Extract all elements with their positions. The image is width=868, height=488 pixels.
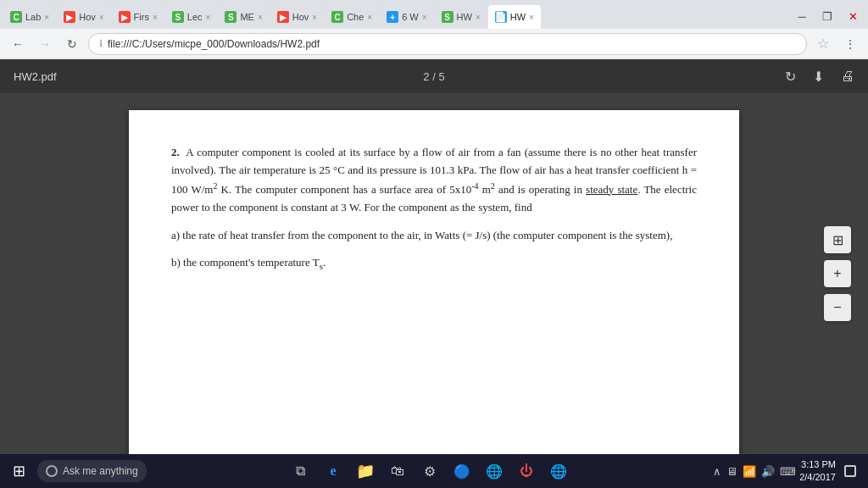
tab-label-hov1: Hov: [79, 12, 96, 22]
forward-button[interactable]: →: [34, 33, 56, 55]
tab-icon-hov1: ▶: [64, 11, 75, 23]
tab-icon-6w: +: [387, 11, 398, 23]
tab-label-che: Che: [347, 12, 364, 22]
power-button[interactable]: ⏻: [512, 457, 541, 485]
tab-label-lec: Lec: [187, 12, 203, 22]
tab-icon-hov2: ▶: [277, 11, 289, 23]
media-button[interactable]: ⚙: [415, 457, 444, 485]
address-bar: ← → ↻ ℹ file:///C:/Users/micpe_000/Downl…: [0, 29, 868, 59]
tab-close-che[interactable]: ×: [367, 13, 372, 22]
notification-icon: [844, 465, 856, 477]
menu-button[interactable]: ⋮: [839, 33, 861, 55]
tab-6w[interactable]: + 6 W ×: [380, 5, 433, 29]
system-clock[interactable]: 3:13 PM 2/4/2017: [799, 458, 836, 485]
refresh-button[interactable]: ↻: [61, 33, 83, 55]
taskbar: ⊞ Ask me anything ⧉ e 📁 🛍 ⚙ 🔵 🌐 ⏻ 🌐 ∧ 🖥 …: [0, 454, 868, 488]
pdf-page-info: 2 / 5: [423, 70, 444, 83]
pdf-part-b: b) the component's temperature Ts.: [171, 254, 697, 274]
tab-label-firs: Firs: [134, 12, 149, 22]
tab-lab[interactable]: C Lab ×: [3, 5, 56, 29]
tab-close-hov1[interactable]: ×: [99, 13, 104, 22]
tab-label-hw-s: HW: [457, 12, 472, 22]
tab-close-hov2[interactable]: ×: [312, 13, 317, 22]
photos-button[interactable]: 🔵: [448, 457, 476, 485]
maximize-button[interactable]: ❐: [815, 7, 839, 25]
lock-icon: ℹ: [99, 38, 103, 49]
clock-date: 2/4/2017: [799, 471, 836, 484]
taskbar-center-icons: ⧉ e 📁 🛍 ⚙ 🔵 🌐 ⏻ 🌐: [287, 457, 573, 485]
tab-firs[interactable]: ▶ Firs ×: [112, 5, 164, 29]
volume-icon[interactable]: 🔊: [761, 465, 775, 478]
tab-icon-firs: ▶: [119, 11, 131, 23]
close-button[interactable]: ✕: [841, 7, 865, 25]
pdf-part-a: a) the rate of heat transfer from the co…: [171, 227, 697, 245]
tab-close-6w[interactable]: ×: [422, 13, 427, 22]
search-label: Ask me anything: [63, 465, 138, 477]
tab-close-me[interactable]: ×: [258, 13, 263, 22]
minimize-button[interactable]: ─: [790, 7, 814, 25]
network-icon[interactable]: 🖥: [726, 465, 737, 478]
search-icon: [46, 465, 58, 477]
tab-lec[interactable]: S Lec ×: [165, 5, 218, 29]
pdf-print-button[interactable]: 🖨: [841, 69, 854, 84]
pdf-page: 2. A computer component is cooled at its…: [129, 110, 739, 454]
keyboard-icon[interactable]: ⌨: [780, 465, 796, 478]
wifi-icon[interactable]: 📶: [743, 465, 756, 478]
zoom-in-button[interactable]: +: [824, 260, 851, 287]
tab-label-hw-active: HW: [510, 12, 526, 22]
pdf-paragraph1: 2. A computer component is cooled at its…: [171, 144, 697, 217]
tab-icon-hw-active: 📄: [495, 11, 507, 23]
tab-me[interactable]: S ME ×: [218, 5, 269, 29]
chrome-button[interactable]: 🌐: [544, 457, 573, 485]
tab-label-6w: 6 W: [402, 12, 419, 22]
tab-icon-che: C: [331, 11, 343, 23]
chevron-up-icon[interactable]: ∧: [713, 465, 721, 478]
file-explorer-button[interactable]: 📁: [351, 457, 380, 485]
start-button[interactable]: ⊞: [3, 456, 34, 486]
bookmark-button[interactable]: ☆: [812, 33, 834, 55]
pdf-rotate-button[interactable]: ↻: [785, 69, 796, 85]
store-button[interactable]: 🛍: [383, 457, 412, 485]
tab-icon-lec: S: [172, 11, 184, 23]
tab-close-hw-s[interactable]: ×: [476, 13, 481, 22]
notification-button[interactable]: [839, 460, 861, 482]
tab-icon-lab: C: [10, 11, 22, 23]
tab-hov2[interactable]: ▶ Hov ×: [270, 5, 324, 29]
taskbar-right: ∧ 🖥 📶 🔊 ⌨ 3:13 PM 2/4/2017: [713, 458, 865, 485]
tab-icon-hw-s: S: [442, 11, 453, 23]
zoom-out-button[interactable]: −: [824, 294, 851, 321]
browser-controls-right: ─ ❐ ✕: [790, 7, 865, 29]
tab-close-hw-active[interactable]: ×: [529, 13, 534, 22]
tab-label-hov2: Hov: [292, 12, 309, 22]
zoom-controls: ⊞ + −: [824, 226, 851, 321]
tab-bar: C Lab × ▶ Hov × ▶ Firs × S Lec × S ME ×: [0, 0, 868, 29]
system-tray: ∧ 🖥 📶 🔊 ⌨: [713, 465, 796, 478]
pdf-toolbar: HW2.pdf 2 / 5 ↻ ⬇ 🖨: [0, 59, 868, 93]
pdf-toolbar-right: ↻ ⬇ 🖨: [785, 69, 854, 85]
browser-window: C Lab × ▶ Hov × ▶ Firs × S Lec × S ME ×: [0, 0, 868, 488]
pdf-content-area[interactable]: 2. A computer component is cooled at its…: [0, 93, 868, 454]
tab-label-lab: Lab: [25, 12, 41, 22]
tab-icon-me: S: [225, 11, 236, 23]
fit-page-button[interactable]: ⊞: [824, 226, 851, 253]
tab-hw-s[interactable]: S HW ×: [435, 5, 487, 29]
pdf-title: HW2.pdf: [14, 70, 57, 83]
url-bar[interactable]: ℹ file:///C:/Users/micpe_000/Downloads/H…: [88, 33, 807, 55]
windows-icon: ⊞: [13, 462, 25, 480]
task-view-button[interactable]: ⧉: [287, 457, 315, 485]
tab-che[interactable]: C Che ×: [325, 5, 379, 29]
tab-hov1[interactable]: ▶ Hov ×: [57, 5, 110, 29]
taskbar-search[interactable]: Ask me anything: [37, 460, 147, 482]
tab-label-me: ME: [240, 12, 254, 22]
tab-close-lec[interactable]: ×: [206, 13, 211, 22]
tab-hw-active[interactable]: 📄 HW ×: [488, 5, 541, 29]
pdf-viewer: HW2.pdf 2 / 5 ↻ ⬇ 🖨 2. A computer compon…: [0, 59, 868, 454]
edge-button[interactable]: e: [319, 457, 348, 485]
url-text: file:///C:/Users/micpe_000/Downloads/HW2…: [108, 38, 320, 50]
back-button[interactable]: ←: [7, 33, 29, 55]
tab-close-lab[interactable]: ×: [44, 13, 49, 22]
app7-button[interactable]: 🌐: [480, 457, 509, 485]
pdf-download-button[interactable]: ⬇: [813, 69, 824, 85]
tab-close-firs[interactable]: ×: [153, 13, 158, 22]
clock-time: 3:13 PM: [799, 458, 836, 471]
